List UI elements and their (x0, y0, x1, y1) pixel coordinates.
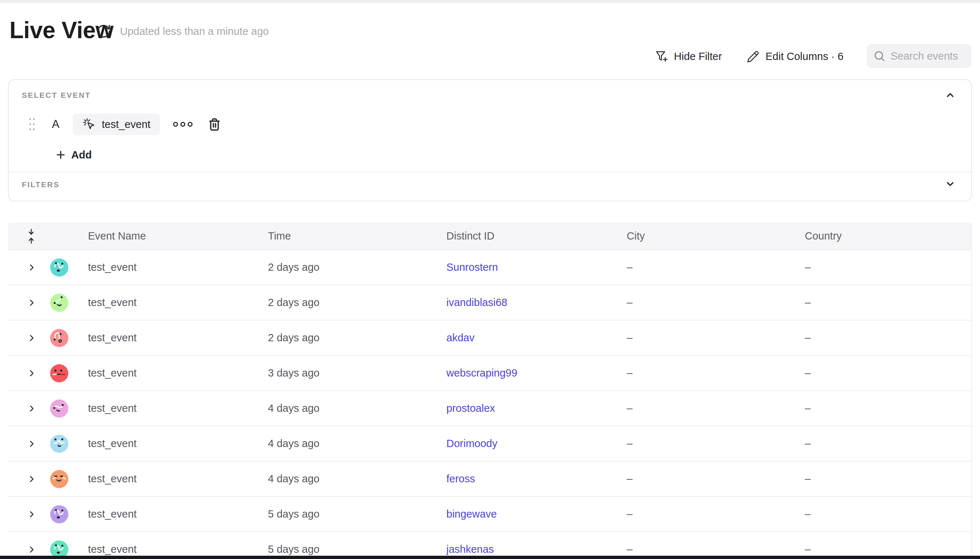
chevron-right-icon (27, 404, 36, 413)
distinct-id-link[interactable]: webscraping99 (446, 367, 517, 379)
row-controls-cell (8, 364, 88, 382)
hide-filter-label: Hide Filter (674, 51, 722, 63)
city-cell: – (627, 473, 805, 485)
table-body: test_event2 days agoSunrostern–– test_ev… (8, 250, 971, 559)
time-cell: 2 days ago (268, 296, 446, 309)
event-name-cell: test_event (88, 332, 268, 344)
delete-event-button[interactable] (207, 117, 222, 132)
table-row: test_event2 days agoivandiblasi68–– (8, 285, 971, 321)
distinct-id-link[interactable]: bingewave (446, 508, 497, 520)
row-expand-button[interactable] (27, 509, 37, 519)
event-name-cell: test_event (88, 402, 268, 414)
column-header-time: Time (268, 230, 446, 242)
event-name-cell: test_event (88, 367, 268, 379)
distinct-id-link[interactable]: akdav (446, 332, 474, 344)
add-event-button[interactable]: Add (55, 147, 92, 163)
face-squiggle-icon (50, 258, 68, 276)
row-expand-button[interactable] (27, 368, 37, 378)
table-header-row: Event NameTimeDistinct IDCityCountry (8, 223, 971, 250)
column-header-country: Country (805, 230, 971, 242)
refresh-icon (96, 24, 113, 39)
country-cell: – (805, 473, 971, 485)
table-row: test_event2 days agoSunrostern–– (8, 250, 971, 285)
search-events-input[interactable] (891, 50, 960, 62)
event-name-cell: test_event (88, 508, 268, 520)
row-controls-cell (8, 294, 88, 312)
time-cell: 4 days ago (268, 438, 446, 450)
user-avatar (50, 470, 68, 488)
edit-columns-button[interactable]: Edit Columns · 6 (746, 48, 843, 65)
chevron-right-icon (27, 369, 36, 378)
hide-filter-button[interactable]: Hide Filter (654, 48, 722, 65)
chevron-right-icon (27, 545, 36, 554)
page-card (0, 3, 980, 22)
chevron-right-icon (27, 439, 36, 448)
panel-divider (9, 172, 971, 172)
three-dots-menu-icon (172, 120, 193, 129)
select-event-label: SELECT EVENT (22, 91, 91, 99)
collapse-all-rows-button[interactable] (26, 228, 37, 245)
row-expand-button[interactable] (27, 404, 37, 413)
face-closed-happy-icon (50, 470, 68, 488)
face-wave-icon (50, 399, 68, 418)
filters-label: FILTERS (22, 180, 59, 189)
face-zigzag-icon (50, 435, 68, 453)
row-controls-cell (8, 258, 88, 276)
distinct-id-cell: Dorimoody (446, 438, 627, 450)
time-cell: 5 days ago (268, 543, 446, 556)
distinct-id-cell: jashkenas (446, 543, 627, 556)
search-events-box[interactable] (867, 44, 971, 68)
chevron-right-icon (27, 509, 36, 519)
chevron-right-icon (27, 333, 36, 343)
refresh-button[interactable] (96, 23, 113, 40)
distinct-id-link[interactable]: jashkenas (446, 543, 494, 555)
country-cell: – (805, 332, 971, 344)
chevron-right-icon (27, 298, 36, 308)
row-expand-button[interactable] (27, 544, 37, 555)
distinct-id-cell: ivandiblasi68 (446, 296, 627, 309)
country-cell: – (805, 543, 971, 556)
distinct-id-link[interactable]: ivandiblasi68 (446, 296, 507, 308)
row-expand-button[interactable] (27, 333, 37, 343)
distinct-id-link[interactable]: Sunrostern (446, 261, 498, 273)
expand-filters-button[interactable] (944, 177, 960, 190)
distinct-id-link[interactable]: feross (446, 473, 475, 485)
time-cell: 4 days ago (268, 402, 446, 414)
city-cell: – (627, 296, 805, 309)
user-avatar (50, 364, 68, 382)
country-cell: – (805, 438, 971, 450)
collapse-select-event-button[interactable] (944, 89, 960, 102)
row-expand-button[interactable] (27, 298, 37, 308)
face-dash-mouth-icon (50, 364, 68, 382)
user-avatar (50, 294, 68, 312)
selected-event-label: test_event (102, 119, 150, 131)
time-cell: 5 days ago (268, 508, 446, 520)
user-avatar (50, 435, 68, 453)
distinct-id-link[interactable]: Dorimoody (446, 438, 497, 449)
drag-handle-icon[interactable] (28, 116, 36, 132)
distinct-id-cell: bingewave (446, 508, 627, 520)
series-letter: A (51, 118, 60, 131)
search-icon (873, 50, 886, 62)
row-expand-button[interactable] (27, 474, 37, 484)
row-expand-button[interactable] (27, 263, 37, 273)
country-cell: – (805, 367, 971, 379)
plus-icon (55, 149, 66, 160)
add-label: Add (71, 149, 92, 161)
time-cell: 2 days ago (268, 261, 446, 273)
updated-status: Updated less than a minute ago (120, 25, 269, 38)
selected-event-button[interactable]: test_event (73, 113, 160, 135)
distinct-id-link[interactable]: prostoalex (446, 402, 495, 414)
row-controls-cell (8, 505, 88, 523)
collapse-vertical-icon (26, 228, 36, 245)
face-squiggle-icon (50, 505, 68, 523)
country-cell: – (805, 296, 971, 309)
pencil-icon (746, 50, 760, 63)
table-row: test_event3 days agowebscraping99–– (8, 356, 971, 391)
event-name-cell: test_event (88, 543, 268, 556)
distinct-id-cell: webscraping99 (446, 367, 627, 379)
row-expand-button[interactable] (27, 439, 37, 449)
event-name-cell: test_event (88, 261, 268, 273)
event-name-cell: test_event (88, 438, 268, 450)
event-options-button[interactable] (172, 120, 193, 129)
